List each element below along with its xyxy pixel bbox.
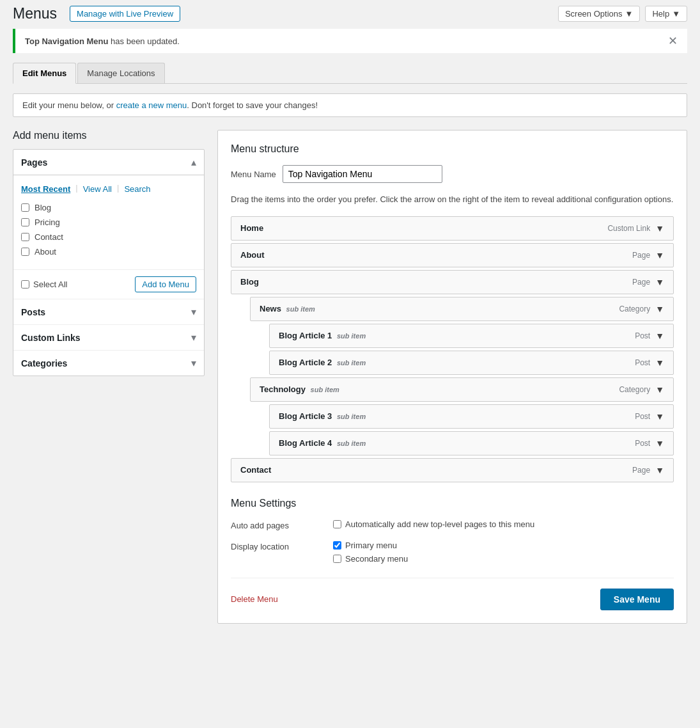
menu-item-blog-article-4[interactable]: Blog Article 4 sub item Post ▼ <box>269 431 674 455</box>
main-content: Edit your menu below, or create a new me… <box>0 93 700 637</box>
menu-name-row: Menu Name <box>231 165 674 183</box>
menu-item-about-title: About <box>240 250 265 260</box>
menu-item-home-toggle[interactable]: ▼ <box>655 223 664 233</box>
menu-name-input[interactable] <box>283 165 442 183</box>
menu-item-blog-article-3[interactable]: Blog Article 3 sub item Post ▼ <box>269 404 674 429</box>
display-location-label: Display location <box>231 541 320 551</box>
menu-item-contact-title: Contact <box>240 465 271 475</box>
page-pricing-checkbox[interactable] <box>21 218 29 226</box>
secondary-menu-label: Secondary menu <box>345 554 408 564</box>
header-left: Menus Manage with Live Preview <box>13 5 180 22</box>
menu-item-home-type: Custom Link <box>607 224 650 233</box>
categories-section[interactable]: Categories <box>13 350 204 376</box>
help-button[interactable]: Help ▼ <box>645 6 687 22</box>
blog-article-3-sub-label: sub item <box>337 413 366 420</box>
page-checkbox-contact: Contact <box>21 232 196 242</box>
menu-structure-panel: Menu structure Menu Name Drag the items … <box>217 130 687 624</box>
posts-chevron-icon <box>191 306 196 318</box>
pages-accordion-body: Most Recent | View All | Search Blog Pri… <box>13 175 204 270</box>
menu-item-contact-toggle[interactable]: ▼ <box>655 465 664 475</box>
posts-section[interactable]: Posts <box>13 299 204 324</box>
menu-item-technology[interactable]: Technology sub item Category ▼ <box>250 377 674 402</box>
page-blog-label: Blog <box>35 203 51 212</box>
pages-accordion-footer: Select All Add to Menu <box>13 270 204 299</box>
header-right: Screen Options ▼ Help ▼ <box>558 6 687 22</box>
page-about-label: About <box>35 247 56 257</box>
add-menu-items-heading: Add menu items <box>13 130 205 141</box>
menu-item-about-type: Page <box>632 251 650 260</box>
menu-item-contact[interactable]: Contact Page ▼ <box>231 458 674 482</box>
page-checkbox-blog: Blog <box>21 203 196 212</box>
sub-tab-most-recent[interactable]: Most Recent <box>21 183 70 195</box>
tab-manage-locations[interactable]: Manage Locations <box>77 63 164 83</box>
categories-chevron-icon <box>191 357 196 369</box>
notice-after: has been updated. <box>108 36 179 46</box>
menu-item-blog-article-2[interactable]: Blog Article 2 sub item Post ▼ <box>269 351 674 375</box>
menu-item-blog-article-1[interactable]: Blog Article 1 sub item Post ▼ <box>269 324 674 348</box>
secondary-menu-checkbox[interactable] <box>333 555 341 563</box>
menu-item-blog[interactable]: Blog Page ▼ <box>231 270 674 294</box>
auto-add-row: Auto add pages Automatically add new top… <box>231 519 674 533</box>
auto-add-desc: Automatically add new top-level pages to… <box>345 519 534 529</box>
pages-accordion-header[interactable]: Pages <box>13 150 204 175</box>
live-preview-button[interactable]: Manage with Live Preview <box>70 6 180 22</box>
menu-item-blog-article-3-toggle[interactable]: ▼ <box>655 411 664 422</box>
pages-accordion-title: Pages <box>21 157 47 168</box>
menu-item-blog-article-3-title: Blog Article 3 sub item <box>279 411 366 421</box>
primary-menu-label: Primary menu <box>345 541 397 550</box>
menu-item-news-title: News sub item <box>260 304 315 313</box>
custom-links-section[interactable]: Custom Links <box>13 324 204 350</box>
select-all-checkbox[interactable] <box>21 280 29 289</box>
sub-tab-search[interactable]: Search <box>124 183 150 195</box>
notice-dismiss-button[interactable]: ✕ <box>668 35 678 47</box>
sub-tab-view-all[interactable]: View All <box>83 183 112 195</box>
two-column-layout: Add menu items Pages Most Recent | View … <box>13 130 687 624</box>
page-contact-label: Contact <box>35 232 63 242</box>
info-text-before: Edit your menu below, or <box>22 100 116 110</box>
page-contact-checkbox[interactable] <box>21 233 29 241</box>
pages-chevron-icon <box>191 156 196 168</box>
menu-item-about[interactable]: About Page ▼ <box>231 243 674 267</box>
auto-add-checkbox[interactable] <box>333 520 341 528</box>
menu-structure-heading: Menu structure <box>231 143 674 155</box>
menu-item-news-toggle[interactable]: ▼ <box>655 304 664 314</box>
tab-edit-menus[interactable]: Edit Menus <box>13 63 76 84</box>
menu-item-blog-toggle[interactable]: ▼ <box>655 277 664 287</box>
menu-item-home[interactable]: Home Custom Link ▼ <box>231 216 674 241</box>
primary-menu-checkbox[interactable] <box>333 541 341 550</box>
menu-item-blog-article-1-title: Blog Article 1 sub item <box>279 331 366 340</box>
add-to-menu-button[interactable]: Add to Menu <box>135 276 196 292</box>
menu-settings: Menu Settings Auto add pages Automatical… <box>231 498 674 567</box>
menu-item-blog-article-4-type: Post <box>635 439 650 448</box>
menu-item-news-type: Category <box>619 305 650 313</box>
menu-item-blog-article-4-toggle[interactable]: ▼ <box>655 438 664 448</box>
page-about-checkbox[interactable] <box>21 248 29 256</box>
screen-options-button[interactable]: Screen Options ▼ <box>558 6 640 22</box>
page-checkbox-pricing: Pricing <box>21 218 196 227</box>
blog-article-1-sub-label: sub item <box>337 332 366 340</box>
menu-item-home-title: Home <box>240 223 263 233</box>
menu-item-about-toggle[interactable]: ▼ <box>655 250 664 260</box>
menu-item-blog-article-2-toggle[interactable]: ▼ <box>655 358 664 368</box>
menu-item-technology-toggle[interactable]: ▼ <box>655 384 664 395</box>
left-column: Add menu items Pages Most Recent | View … <box>13 130 205 624</box>
create-new-menu-link[interactable]: create a new menu <box>116 100 187 110</box>
menu-item-blog-type: Page <box>632 278 650 287</box>
menu-item-blog-article-1-toggle[interactable]: ▼ <box>655 331 664 341</box>
notice-strong: Top Navigation Menu <box>25 36 108 46</box>
menu-item-blog-article-2-title: Blog Article 2 sub item <box>279 358 366 367</box>
save-menu-button[interactable]: Save Menu <box>600 589 674 610</box>
tabs-container: Edit Menus Manage Locations <box>13 63 687 84</box>
select-all-label: Select All <box>33 280 67 289</box>
notice-text: Top Navigation Menu has been updated. <box>25 36 180 46</box>
menu-item-blog-article-1-type: Post <box>635 331 650 340</box>
page-blog-checkbox[interactable] <box>21 203 29 212</box>
chevron-down-icon: ▼ <box>672 9 680 19</box>
delete-menu-button[interactable]: Delete Menu <box>231 594 278 604</box>
custom-links-chevron-icon <box>191 331 196 344</box>
menu-item-news[interactable]: News sub item Category ▼ <box>250 297 674 321</box>
info-text-after: . Don't forget to save your changes! <box>187 100 318 110</box>
menu-item-blog-article-4-title: Blog Article 4 sub item <box>279 438 366 448</box>
news-sub-label: sub item <box>286 305 315 313</box>
page-checkbox-about: About <box>21 247 196 257</box>
